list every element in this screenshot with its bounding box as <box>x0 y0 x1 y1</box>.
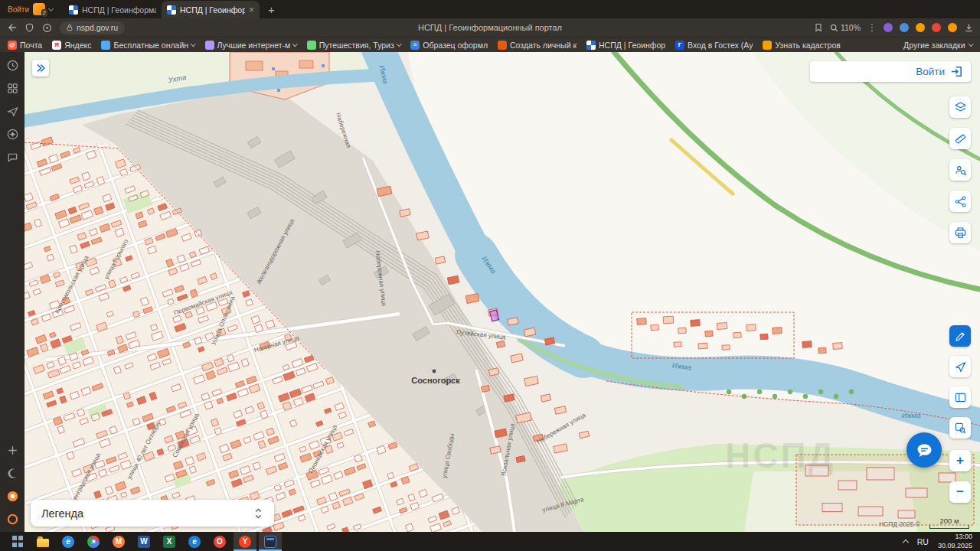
extension-icon-4[interactable] <box>932 23 941 32</box>
taskbar-yandex-browser[interactable]: Y <box>234 532 256 551</box>
share-tool-button[interactable] <box>949 191 971 212</box>
taskbar-explorer[interactable] <box>31 532 54 551</box>
hidden-icons-chevron[interactable] <box>903 539 909 545</box>
bookmark-item[interactable]: Создать личный к <box>498 41 577 50</box>
gostech-icon: Г <box>675 41 684 50</box>
map-tools-secondary <box>949 325 971 439</box>
tab-title: НСПД | Геоинформацион <box>82 5 156 15</box>
extension-icon-3[interactable] <box>916 23 925 32</box>
tab-close-icon[interactable]: × <box>249 5 254 15</box>
bookmark-item[interactable]: ≡Образец оформл <box>410 41 488 50</box>
excel-icon: X <box>163 536 175 548</box>
measure-tool-button[interactable] <box>949 128 971 149</box>
taskbar-start[interactable] <box>6 532 29 551</box>
browser-tab[interactable]: НСПД | Геоинформац× <box>162 1 260 18</box>
folder-purple-icon <box>205 41 214 50</box>
new-tab-button[interactable]: + <box>261 4 282 15</box>
expand-panel-button[interactable] <box>32 60 49 77</box>
chevron-down-icon[interactable] <box>48 5 54 11</box>
language-indicator[interactable]: RU <box>917 537 929 546</box>
map-attribution: НСПД 2025 © 200 м <box>879 517 969 529</box>
chevron-down-icon <box>292 41 297 46</box>
taskbar-edge-legacy[interactable]: e <box>183 532 206 551</box>
draw-tool-button[interactable] <box>949 325 971 347</box>
add-icon[interactable] <box>5 443 19 457</box>
more-menu-icon[interactable]: ⋮ <box>867 22 877 33</box>
bookmark-item[interactable]: НСПД | Геоинфор <box>586 41 665 50</box>
login-button[interactable]: Войти <box>916 66 945 77</box>
extension-icon-5[interactable] <box>948 23 957 32</box>
zoom-indicator[interactable]: 110% <box>830 23 861 32</box>
taskbar-opera[interactable]: O <box>208 532 231 551</box>
folder-green-icon <box>307 41 316 50</box>
unfold-icon[interactable] <box>253 507 263 520</box>
identify-tool-button[interactable] <box>949 159 971 181</box>
taskbar-mail-app[interactable]: M <box>107 532 130 551</box>
collections-icon[interactable] <box>5 81 19 95</box>
bookmark-item[interactable]: Бесплатные онлайн <box>101 41 194 50</box>
url-text: nspd.gov.ru <box>77 23 118 32</box>
bookmark-item[interactable]: Лучшие интернет-м <box>205 41 297 50</box>
bookmark-item[interactable]: @Почта <box>8 41 42 50</box>
bookmarks-bar: @ПочтаЯЯндексБесплатные онлайнЛучшие инт… <box>0 37 980 52</box>
browser-profile-chip[interactable]: Войти 2 <box>3 3 57 15</box>
pan-tool-button[interactable] <box>949 356 971 377</box>
legend-panel[interactable]: Легенда <box>31 500 274 527</box>
map-canvas[interactable]: УхтаИжмаИжмаИжмаИжмаСосногорскНабережная… <box>24 52 980 532</box>
clock[interactable]: 13:00 30.09.2025 <box>938 533 972 550</box>
login-bar[interactable]: Войти <box>810 61 971 82</box>
map[interactable]: УхтаИжмаИжмаИжмаИжмаСосногорскНабережная… <box>24 52 980 532</box>
taskbar-excel[interactable]: X <box>158 532 181 551</box>
address-bar: nspd.gov.ru НСПД | Геоинформационный пор… <box>0 18 980 37</box>
extension-icon-1[interactable] <box>884 23 893 32</box>
browser-tab[interactable]: НСПД | Геоинформацион <box>64 1 162 18</box>
bookmark-item[interactable]: ЯЯндекс <box>52 41 91 50</box>
assistant-icon[interactable] <box>5 489 19 503</box>
profile-ring-icon[interactable] <box>5 512 19 526</box>
map-label-river: Ижма <box>901 411 920 419</box>
downloads-icon[interactable] <box>964 23 974 33</box>
extension-icon-2[interactable] <box>900 23 909 32</box>
bookmark-item[interactable]: ГВход в Гостех (Ау <box>675 41 753 50</box>
bookmark-label: Узнать кадастров <box>775 41 840 50</box>
taskbar-edge-browser[interactable]: e <box>57 532 80 551</box>
chevrons-right-icon <box>35 63 46 73</box>
scale-label: 200 м <box>939 517 959 525</box>
document-icon: ≡ <box>410 41 420 50</box>
night-mode-icon[interactable] <box>5 466 19 480</box>
print-tool-button[interactable] <box>949 222 971 243</box>
profile-avatar[interactable]: 2 <box>33 3 45 15</box>
bookmark-label: Почта <box>20 41 42 50</box>
opera-icon: O <box>214 536 226 548</box>
url-box[interactable]: nspd.gov.ru <box>60 21 125 34</box>
bookmark-label: Вход в Гостех (Ау <box>688 41 753 50</box>
chat-button[interactable] <box>906 432 942 468</box>
other-bookmarks-button[interactable]: Другие закладки <box>903 41 972 50</box>
history-icon[interactable] <box>5 58 19 72</box>
site-settings-icon[interactable] <box>42 23 52 33</box>
zen-icon[interactable] <box>5 127 19 141</box>
taskbar-remote-app[interactable] <box>259 532 282 551</box>
bookmark-item[interactable]: Узнать кадастров <box>763 41 840 50</box>
panel-tool-button[interactable] <box>949 386 971 408</box>
bookmark-label: Путешествия, Туриз <box>319 41 394 50</box>
other-bookmarks-label: Другие закладки <box>903 41 965 50</box>
layers-tool-button[interactable] <box>949 96 971 118</box>
bookmark-item[interactable]: Путешествия, Туриз <box>307 41 401 50</box>
bookmark-flag-icon[interactable] <box>814 23 823 32</box>
zoom-in-button[interactable]: + <box>949 450 971 471</box>
tray-time: 13:00 <box>938 533 972 542</box>
back-button[interactable] <box>6 22 17 33</box>
taskbar-chrome-browser[interactable] <box>82 532 105 551</box>
telegram-icon[interactable] <box>5 104 19 118</box>
search-area-tool-button[interactable] <box>949 417 971 439</box>
chrome-browser-icon <box>87 536 100 548</box>
chat-icon[interactable] <box>5 150 19 164</box>
zoom-out-button[interactable]: − <box>949 481 971 503</box>
mail-icon: @ <box>8 41 17 50</box>
taskbar-word[interactable]: W <box>132 532 155 551</box>
start-icon <box>11 536 24 548</box>
protect-shield-icon[interactable] <box>24 23 34 33</box>
bookmark-label: Создать личный к <box>510 41 577 50</box>
kadastr-icon <box>763 41 772 50</box>
